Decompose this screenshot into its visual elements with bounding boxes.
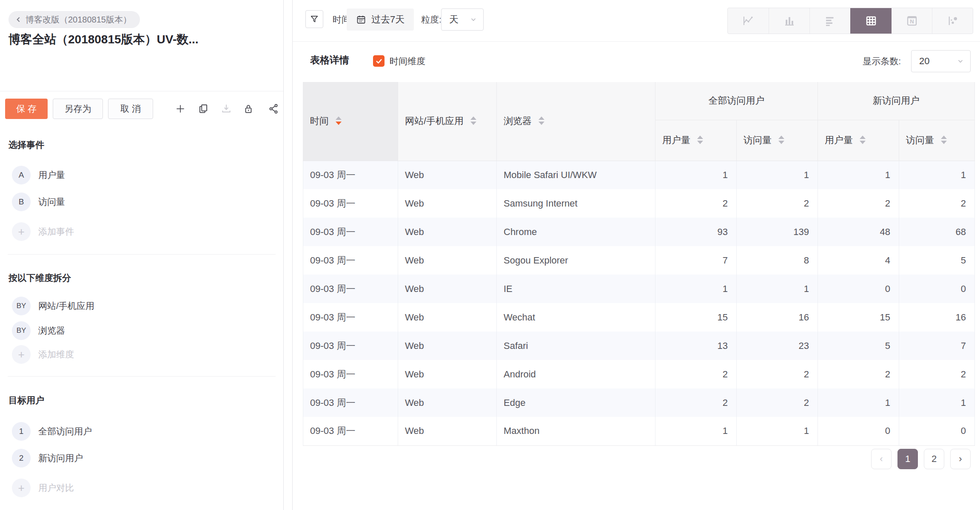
cell-new-visit-count: 7 <box>899 332 975 360</box>
download-icon[interactable] <box>221 103 232 114</box>
cell-all-user-count: 1 <box>655 275 737 303</box>
cell-browser: Mobile Safari UI/WKW <box>497 161 655 189</box>
sort-icon <box>470 116 476 125</box>
group-header-all-users: 全部访问用户 <box>655 82 818 120</box>
column-header-browser[interactable]: 浏览器 <box>497 82 655 161</box>
add-icon[interactable] <box>175 103 186 114</box>
cell-time: 09-03 周一 <box>303 360 398 388</box>
add-event-label: 添加事件 <box>38 226 74 238</box>
add-dimension-button[interactable]: + 添加维度 <box>12 345 74 364</box>
add-event-button[interactable]: + 添加事件 <box>12 222 74 241</box>
audience-badge: 2 <box>12 449 31 468</box>
column-header-new-user-count[interactable]: 用户量 <box>818 120 899 161</box>
section-title-audience: 目标用户 <box>9 394 44 406</box>
dimension-label: 网站/手机应用 <box>38 300 94 312</box>
dimension-item-app[interactable]: BY 网站/手机应用 <box>12 297 94 315</box>
cell-all-visit-count: 1 <box>737 275 818 303</box>
event-item-a[interactable]: A 用户量 <box>12 166 65 184</box>
sort-icon <box>336 116 342 125</box>
cell-browser: Android <box>497 360 655 388</box>
number-card-icon: N <box>906 14 918 27</box>
cell-app: Web <box>398 332 497 360</box>
view-table-button[interactable] <box>850 8 891 34</box>
check-icon <box>375 57 383 65</box>
divider <box>0 91 283 91</box>
view-bar-button[interactable] <box>769 8 809 34</box>
sort-icon <box>538 116 544 125</box>
breadcrumb[interactable]: 博客改版（20180815版本） <box>9 11 140 28</box>
page-button-1[interactable]: 1 <box>897 449 918 469</box>
calendar-icon <box>356 14 366 25</box>
chevron-left-icon <box>14 15 23 24</box>
column-header-all-user-count[interactable]: 用户量 <box>655 120 737 161</box>
granularity-select[interactable]: 天 <box>441 8 484 31</box>
cell-new-user-count: 1 <box>818 388 899 417</box>
dimension-item-browser[interactable]: BY 浏览器 <box>12 321 65 340</box>
cell-browser: Edge <box>497 388 655 417</box>
granularity-value: 天 <box>449 13 459 26</box>
sidebar: 博客改版（20180815版本） 博客全站（20180815版本）UV-数...… <box>0 0 284 510</box>
column-header-new-visit-count[interactable]: 访问量 <box>899 120 975 161</box>
cell-app: Web <box>398 360 497 388</box>
view-scatter-button[interactable] <box>932 8 973 34</box>
add-user-compare-button[interactable]: + 用户对比 <box>12 479 74 497</box>
cell-new-user-count: 5 <box>818 332 899 360</box>
page-button-2[interactable]: 2 <box>924 449 944 469</box>
by-badge: BY <box>12 297 31 315</box>
view-switcher: N <box>727 8 973 34</box>
audience-item-all[interactable]: 1 全部访问用户 <box>12 422 92 441</box>
view-line-button[interactable] <box>728 8 769 34</box>
cell-app: Web <box>398 218 497 246</box>
time-range-button[interactable]: 过去7天 <box>347 8 414 31</box>
plus-icon: + <box>12 222 31 241</box>
copy-icon[interactable] <box>198 103 209 114</box>
cell-new-user-count: 4 <box>818 246 899 275</box>
cell-all-visit-count: 1 <box>737 161 818 189</box>
cell-app: Web <box>398 246 497 275</box>
filter-button[interactable] <box>305 10 323 28</box>
main-panel: 时间: 过去7天 粒度: 天 N 表格详情 时间维度 显示条数: <box>293 0 980 510</box>
section-title-events: 选择事件 <box>9 139 44 151</box>
audience-item-new[interactable]: 2 新访问用户 <box>12 449 83 468</box>
add-dimension-label: 添加维度 <box>38 348 74 360</box>
share-icon[interactable] <box>268 103 279 114</box>
cell-all-user-count: 1 <box>655 161 737 189</box>
column-header-all-visit-count[interactable]: 访问量 <box>737 120 818 161</box>
time-range-value: 过去7天 <box>371 13 405 26</box>
table-section-title: 表格详情 <box>310 54 349 67</box>
prev-page-button[interactable]: ‹ <box>871 449 892 469</box>
lock-icon[interactable] <box>243 103 254 114</box>
cell-time: 09-03 周一 <box>303 388 398 417</box>
section-title-dimensions: 按以下维度拆分 <box>9 272 71 284</box>
cell-time: 09-03 周一 <box>303 218 398 246</box>
time-dimension-checkbox[interactable] <box>373 55 385 67</box>
column-label: 访问量 <box>744 135 772 145</box>
table-row: 09-03 周一WebMaxthon1100 <box>303 417 975 445</box>
cell-all-visit-count: 8 <box>737 246 818 275</box>
view-number-button[interactable]: N <box>891 8 932 34</box>
cell-app: Web <box>398 189 497 218</box>
page-size-select[interactable]: 20 <box>911 50 971 72</box>
column-header-time[interactable]: 时间 <box>303 82 398 161</box>
bar-chart-icon <box>783 14 796 27</box>
next-page-button[interactable]: › <box>950 449 971 469</box>
event-item-b[interactable]: B 访问量 <box>12 193 65 211</box>
view-hbar-button[interactable] <box>809 8 850 34</box>
cell-new-visit-count: 0 <box>899 275 975 303</box>
cancel-button[interactable]: 取 消 <box>108 99 153 119</box>
cell-new-visit-count: 5 <box>899 246 975 275</box>
cell-new-visit-count: 68 <box>899 218 975 246</box>
column-header-app[interactable]: 网站/手机应用 <box>398 82 497 161</box>
cell-time: 09-03 周一 <box>303 417 398 445</box>
chevron-down-icon <box>957 57 964 65</box>
column-label: 用户量 <box>662 135 690 145</box>
divider <box>8 376 276 377</box>
event-label: 访问量 <box>38 196 65 208</box>
save-as-button[interactable]: 另存为 <box>53 99 103 119</box>
cell-all-user-count: 15 <box>655 303 737 332</box>
cell-time: 09-03 周一 <box>303 303 398 332</box>
cell-all-user-count: 13 <box>655 332 737 360</box>
cell-app: Web <box>398 161 497 189</box>
save-button[interactable]: 保 存 <box>5 99 48 119</box>
cell-time: 09-03 周一 <box>303 161 398 189</box>
